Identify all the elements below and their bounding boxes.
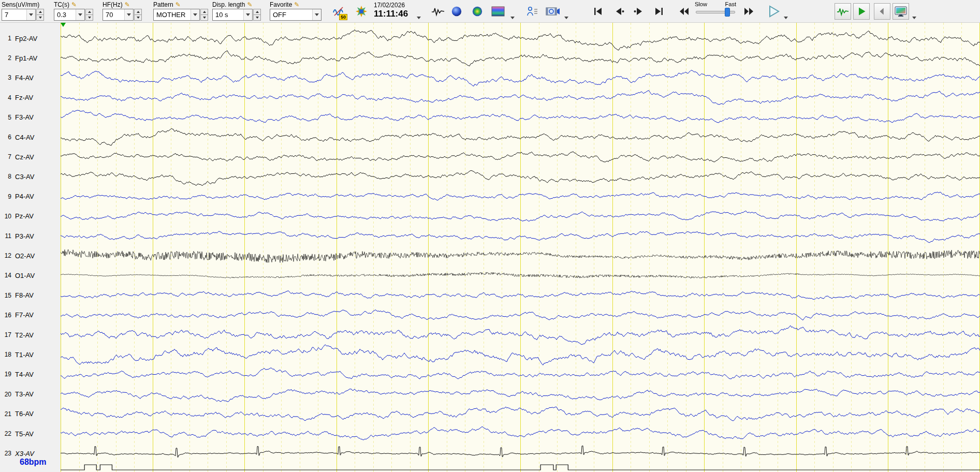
favorite-combobox[interactable]: OFF [270, 9, 321, 21]
channel-label-row[interactable]: 16F7-AV [0, 311, 61, 320]
channel-label-row[interactable]: 20T3-AV [0, 390, 61, 399]
spinner-down-icon[interactable] [134, 15, 142, 21]
channel-label-row[interactable]: 3F4-AV [0, 73, 61, 82]
channel-label-row[interactable]: 19T4-AV [0, 370, 61, 379]
channel-number: 1 [0, 35, 11, 42]
channel-number: 16 [0, 312, 11, 319]
channel-label-row[interactable]: 11P3-AV [0, 231, 61, 241]
hf-spinner[interactable] [134, 9, 142, 21]
channel-number: 9 [0, 193, 11, 200]
pattern-spinner[interactable] [200, 9, 208, 21]
edit-pencil-icon[interactable]: ✎ [71, 2, 77, 7]
edit-pencil-icon[interactable]: ✎ [247, 2, 252, 7]
notch-frequency-badge: 50 [339, 14, 347, 20]
channel-label-row[interactable]: 18T1-AV [0, 350, 61, 359]
waveform-view-button[interactable] [430, 3, 446, 20]
spinner-up-icon[interactable] [134, 9, 142, 15]
edit-pencil-icon[interactable]: ✎ [294, 2, 299, 7]
play-icon [766, 4, 781, 19]
spinner-down-icon[interactable] [85, 15, 93, 21]
channel-number: 23 [0, 450, 11, 457]
channel-label-row[interactable]: 14O1-AV [0, 271, 61, 280]
chevron-down-icon[interactable] [124, 9, 133, 20]
play-button[interactable] [765, 3, 782, 20]
channel-label-row[interactable]: 23X3-AV [0, 449, 61, 458]
video-button[interactable] [545, 3, 561, 20]
step-back-button[interactable] [611, 3, 627, 20]
spinner-up-icon[interactable] [200, 9, 208, 15]
step-forward-icon [633, 5, 645, 18]
dropdown-caret-icon[interactable] [912, 17, 916, 19]
channel-label-row[interactable]: 1Fp2-AV [0, 34, 61, 43]
topography-button[interactable] [469, 3, 486, 20]
speed-slider-handle[interactable] [725, 8, 730, 17]
tc-combobox[interactable]: 0.3 [54, 9, 85, 21]
step-forward-button[interactable] [631, 3, 647, 20]
spinner-down-icon[interactable] [253, 15, 261, 21]
channel-label-row[interactable]: 2Fp1-AV [0, 53, 61, 63]
chevron-down-icon[interactable] [26, 9, 35, 20]
back-button[interactable] [874, 3, 890, 20]
channel-label-row[interactable]: 10Pz-AV [0, 212, 61, 221]
channel-label-row[interactable]: 7Cz-AV [0, 152, 61, 161]
dropdown-caret-icon[interactable] [564, 17, 568, 19]
skip-to-start-icon [592, 5, 605, 18]
tc-spinner[interactable] [85, 9, 93, 21]
channel-label-row[interactable]: 4Fz-AV [0, 93, 61, 102]
disp-length-combobox[interactable]: 10 s [212, 9, 253, 21]
spinner-down-icon[interactable] [200, 15, 208, 21]
spinner-up-icon[interactable] [36, 9, 44, 15]
channel-label: F4-AV [15, 74, 34, 82]
channel-label-row[interactable]: 9P4-AV [0, 192, 61, 201]
fast-backward-button[interactable] [676, 3, 693, 20]
channel-label-row[interactable]: 22T5-AV [0, 429, 61, 438]
chevron-down-icon[interactable] [312, 9, 321, 20]
spinner-down-icon[interactable] [36, 15, 44, 21]
channel-number: 17 [0, 331, 11, 338]
skip-to-end-button[interactable] [650, 3, 667, 20]
eeg-trace-canvas[interactable] [61, 23, 980, 472]
sens-spinner[interactable] [36, 9, 44, 21]
chevron-down-icon[interactable] [76, 9, 84, 20]
spectrogram-button[interactable] [490, 3, 506, 20]
fast-forward-icon [742, 5, 755, 18]
pattern-value: MOTHER [156, 11, 191, 19]
skip-to-start-button[interactable] [590, 3, 607, 20]
channel-label-row[interactable]: 15F8-AV [0, 291, 61, 300]
channel-label-row[interactable]: 5F3-AV [0, 113, 61, 122]
hf-combobox[interactable]: 70 [103, 9, 134, 21]
channel-label-row[interactable]: 8C3-AV [0, 172, 61, 181]
channel-label-row[interactable]: 17T2-AV [0, 330, 61, 340]
fast-forward-button[interactable] [740, 3, 757, 20]
chevron-down-icon[interactable] [243, 9, 252, 20]
tc-value: 0.3 [57, 11, 76, 19]
display-settings-button[interactable] [893, 3, 909, 20]
speed-slider-group: Slow Fast [695, 1, 736, 21]
edit-pencil-icon[interactable]: ✎ [125, 2, 130, 7]
pattern-combobox[interactable]: MOTHER [153, 9, 200, 21]
notch-filter-button[interactable]: 50 [330, 3, 347, 20]
spinner-up-icon[interactable] [253, 9, 261, 15]
sens-combobox[interactable]: 7 [2, 9, 36, 21]
spinner-up-icon[interactable] [85, 9, 93, 15]
chevron-down-icon[interactable] [191, 9, 199, 20]
channel-label-row[interactable]: 12O2-AV [0, 251, 61, 260]
channel-label-row[interactable]: 6C4-AV [0, 132, 61, 142]
disp-length-spinner[interactable] [253, 9, 261, 21]
datetime-display[interactable]: 17/02/2026 11:11:46 [374, 2, 408, 19]
gear-icon [355, 5, 368, 18]
topography-icon [472, 6, 483, 17]
start-monitoring-button[interactable] [853, 3, 870, 20]
dropdown-caret-icon[interactable] [784, 17, 788, 19]
edit-pencil-icon[interactable]: ✎ [175, 2, 181, 7]
spectrogram-icon [491, 6, 505, 17]
channel-label-row[interactable]: 21T6-AV [0, 409, 61, 419]
dropdown-caret-icon[interactable] [510, 17, 515, 19]
analysis-trace-button[interactable] [835, 3, 851, 20]
dropdown-caret-icon[interactable] [417, 17, 421, 19]
channel-number: 15 [0, 292, 11, 299]
settings-button[interactable] [353, 3, 370, 20]
patient-info-button[interactable] [524, 3, 540, 20]
eeg-display-area: 1Fp2-AV2Fp1-AV3F4-AV4Fz-AV5F3-AV6C4-AV7C… [0, 23, 980, 472]
brain-map-button[interactable] [448, 3, 465, 20]
